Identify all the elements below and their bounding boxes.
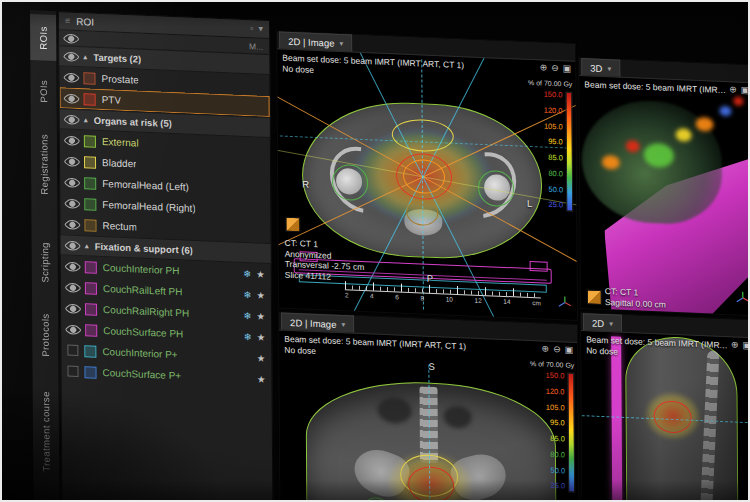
roi-color-swatch[interactable]: [84, 156, 96, 169]
3d-scene: [579, 76, 748, 315]
transversal-view-tab[interactable]: 2D | Image ▾: [279, 31, 352, 51]
sidebar-tab-treatment-course[interactable]: Treatment course: [33, 376, 60, 487]
visibility-checkbox-unchecked[interactable]: [67, 366, 78, 377]
zoom-out-icon[interactable]: ⊖: [551, 64, 559, 73]
roi-color-swatch[interactable]: [83, 72, 95, 85]
zoom-out-icon[interactable]: ⊖: [553, 345, 561, 354]
coronal-content[interactable]: Beam set dose: 5 beam IMRT (IMRT ART, CT…: [279, 330, 579, 500]
roi-color-swatch[interactable]: [85, 261, 97, 274]
sidebar-tab-scripting[interactable]: Scripting: [32, 230, 58, 295]
coronal-view-tab[interactable]: 2D | Image ▾: [281, 313, 354, 333]
zoom-in-icon[interactable]: ⊕: [729, 85, 737, 94]
visibility-eye-icon[interactable]: [63, 132, 80, 149]
sidebar-tab-registrations[interactable]: Registrations: [31, 120, 58, 209]
bowel-gas: [444, 405, 472, 428]
roi-color-swatch[interactable]: [85, 303, 97, 316]
visibility-eye-icon[interactable]: [64, 258, 81, 275]
frozen-snowflake-icon: ❄: [243, 290, 251, 300]
roi-name: CouchInterior P+: [102, 346, 177, 360]
visibility-eye-icon[interactable]: [64, 237, 81, 254]
section-label: Organs at risk (5): [94, 115, 172, 129]
visibility-eye-icon[interactable]: [64, 153, 81, 170]
section-label: Fixation & support (6): [95, 241, 193, 256]
dose-scale-label: 150.0: [544, 91, 563, 99]
zoom-in-icon[interactable]: ⊕: [731, 340, 739, 349]
layout-icon[interactable]: ▣: [743, 341, 748, 350]
dose-spot: [719, 106, 731, 117]
dose-spot: [602, 155, 620, 170]
transversal-content[interactable]: Beam set dose: 5 beam IMRT (IMRT ART, CT…: [277, 49, 577, 320]
dose-scale-label: 85.0: [544, 154, 563, 162]
roi-name: Bladder: [102, 157, 137, 169]
roi-color-swatch[interactable]: [84, 345, 96, 358]
visibility-eye-icon[interactable]: [63, 69, 80, 86]
frozen-snowflake-icon: ❄: [243, 269, 251, 279]
pin-icon[interactable]: ▫: [250, 24, 253, 33]
sidebar-tab-rois[interactable]: ROIs: [30, 14, 56, 61]
visibility-eye-icon[interactable]: [64, 195, 81, 212]
roi-row-list: ▴ Targets (2) Prostate PTV: [59, 45, 271, 390]
layout-icon[interactable]: ▣: [563, 64, 572, 73]
dose-spot: [696, 117, 714, 132]
dose-spot: [626, 140, 640, 153]
couch-contour: [611, 336, 623, 500]
visibility-checkbox-unchecked[interactable]: [67, 345, 78, 356]
roi-color-swatch[interactable]: [84, 219, 96, 232]
visibility-eye-icon[interactable]: [64, 279, 81, 296]
roi-color-swatch[interactable]: [84, 93, 96, 106]
sidebar-tab-protocols[interactable]: Protocols: [32, 302, 58, 367]
favorite-star-icon[interactable]: ★: [257, 374, 266, 384]
chevron-down-icon[interactable]: ▾: [258, 25, 263, 34]
favorite-star-icon[interactable]: ★: [257, 353, 266, 363]
3d-view-tab[interactable]: 3D ▾: [581, 58, 620, 77]
visibility-eye-icon[interactable]: [65, 321, 82, 338]
dose-scale-label: 85.0: [546, 435, 565, 443]
roi-color-swatch[interactable]: [85, 324, 97, 337]
dose-scale-labels: 150.0 120.0 105.0 95.0 85.0 80.0 50.0 25…: [546, 372, 566, 491]
dose-scale-label: 95.0: [544, 138, 563, 146]
visibility-eye-icon[interactable]: [65, 300, 82, 317]
favorite-star-icon[interactable]: ★: [257, 332, 266, 342]
visibility-eye-icon[interactable]: [63, 90, 80, 107]
image-info-block: CT: CT 1 Sagittal 0.00 cm: [605, 286, 666, 310]
roi-name: Rectum: [102, 220, 137, 232]
layout-icon[interactable]: ▣: [565, 345, 574, 354]
visibility-eye-icon[interactable]: [63, 111, 80, 128]
sidebar-tab-pois[interactable]: POIs: [30, 70, 56, 113]
favorite-star-icon[interactable]: ★: [256, 290, 265, 300]
dose-scale-title: % of 70.00 Gy: [530, 360, 574, 369]
dose-scale-label: 50.0: [544, 185, 563, 193]
roi-name: FemoralHead (Left): [102, 178, 189, 193]
dose-scale-label: 120.0: [544, 106, 563, 114]
visibility-eye-icon[interactable]: [63, 48, 80, 65]
patient-orientation-cube-icon[interactable]: [587, 289, 602, 305]
patient-orientation-cube-icon[interactable]: [285, 217, 300, 233]
sagittal-content[interactable]: Beam set dose: 5 beam IMRT (IMRT ART, CT…: [581, 331, 748, 500]
roi-name: External: [102, 136, 139, 149]
menu-icon[interactable]: ≡: [65, 16, 70, 25]
collapse-arrow-icon[interactable]: ▴: [84, 115, 88, 124]
visibility-column-eye-icon[interactable]: [63, 30, 80, 47]
chevron-down-icon: ▾: [607, 64, 611, 73]
roi-color-swatch[interactable]: [84, 177, 96, 190]
visibility-eye-icon[interactable]: [64, 174, 81, 191]
viewport-sagittal: 2D ▾ Beam set dose: 5 beam IMRT (IMRT AR…: [580, 312, 748, 500]
collapse-arrow-icon[interactable]: ▴: [85, 241, 89, 250]
zoom-in-icon[interactable]: ⊕: [542, 344, 550, 353]
roi-color-swatch[interactable]: [84, 198, 96, 211]
roi-panel: ≡ ROI ▫ ▾ M... ▴ Targets (2): [58, 11, 274, 500]
dose-scale-label: 105.0: [544, 122, 563, 130]
favorite-star-icon[interactable]: ★: [257, 311, 266, 321]
visibility-eye-icon[interactable]: [64, 216, 81, 233]
chevron-down-icon: ▾: [339, 38, 343, 47]
roi-color-swatch[interactable]: [84, 135, 96, 148]
roi-color-swatch[interactable]: [85, 282, 97, 295]
3d-content[interactable]: Beam set dose: 5 beam IMRT (IMRT ART, CT…: [579, 76, 748, 315]
roi-color-swatch[interactable]: [84, 366, 96, 379]
zoom-in-icon[interactable]: ⊕: [540, 63, 548, 72]
favorite-star-icon[interactable]: ★: [256, 269, 265, 279]
chevron-down-icon: ▾: [341, 320, 345, 329]
collapse-arrow-icon[interactable]: ▴: [83, 52, 87, 61]
sagittal-view-tab[interactable]: 2D ▾: [583, 313, 622, 332]
layout-icon[interactable]: ▣: [741, 86, 748, 95]
